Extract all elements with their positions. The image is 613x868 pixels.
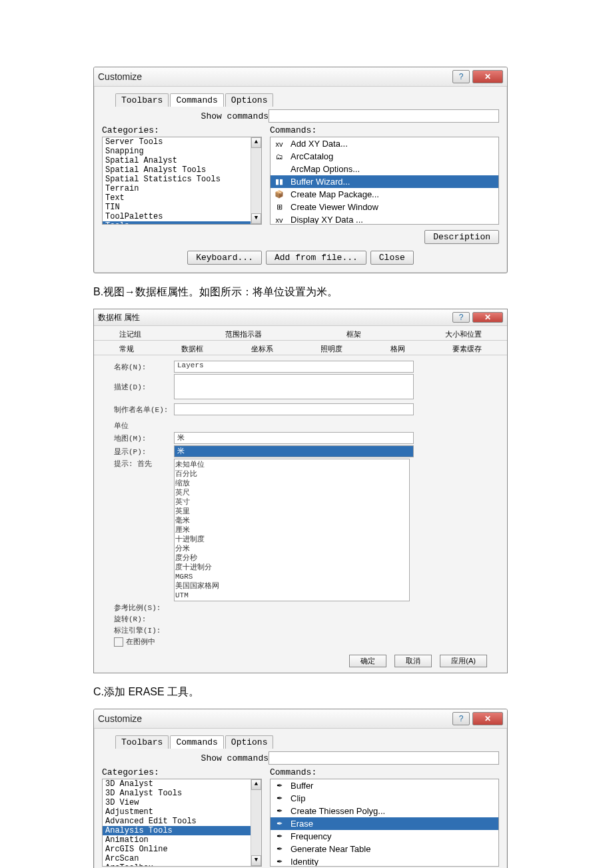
dropdown-item[interactable]: 美国国家格网 — [175, 581, 408, 591]
tab-toolbars[interactable]: Toolbars — [115, 735, 169, 749]
list-item[interactable]: ArcGIS Online — [103, 845, 261, 854]
list-item[interactable]: TIN — [103, 203, 261, 212]
categories-listbox[interactable]: 3D Analyst 3D Analyst Tools 3D View Adju… — [102, 779, 262, 867]
dropdown-item[interactable]: 十进制度 — [175, 535, 408, 544]
keyboard-button[interactable]: Keyboard... — [187, 251, 262, 265]
help-button[interactable]: ? — [452, 312, 470, 323]
description-button[interactable]: Description — [424, 230, 499, 244]
scroll-up-icon[interactable]: ▲ — [251, 137, 261, 148]
list-item-selected[interactable]: Analysis Tools — [103, 826, 261, 835]
command-item[interactable]: ✒Buffer — [271, 779, 498, 792]
legend-checkbox[interactable] — [114, 637, 123, 647]
tab[interactable]: 格网 — [385, 343, 410, 355]
tab[interactable]: 常规 — [114, 343, 139, 355]
help-button[interactable]: ? — [452, 712, 470, 725]
command-item[interactable]: 📦Create Map Package... — [271, 188, 498, 201]
show-commands-input[interactable] — [269, 109, 499, 123]
dropdown-item[interactable]: 厘米 — [175, 525, 408, 535]
tab-commands[interactable]: Commands — [170, 93, 223, 107]
commands-listbox[interactable]: xvAdd XY Data... 🗂ArcCatalog ArcMap Opti… — [270, 137, 499, 225]
list-item[interactable]: ArcScan — [103, 854, 261, 863]
tab-toolbars[interactable]: Toolbars — [115, 93, 169, 107]
tab-options[interactable]: Options — [225, 735, 274, 749]
list-item[interactable]: Terrain — [103, 184, 261, 193]
dropdown-item[interactable]: 英里 — [175, 507, 408, 516]
add-from-file-button[interactable]: Add from file... — [266, 251, 366, 265]
list-item[interactable]: Snapping — [103, 147, 261, 156]
tab[interactable]: 数据框 — [176, 343, 209, 355]
tab[interactable]: 大小和位置 — [440, 329, 487, 340]
command-item[interactable]: ✒Identity — [271, 855, 498, 867]
list-item[interactable]: Spatial Analyst — [103, 156, 261, 165]
close-button[interactable]: Close — [370, 251, 414, 265]
close-x-button[interactable]: ✕ — [472, 312, 503, 323]
dropdown-item[interactable]: 未知单位 — [175, 460, 408, 469]
dropdown-item[interactable]: UTM — [175, 591, 408, 600]
display-units-select[interactable]: 米 — [174, 445, 414, 457]
tab[interactable]: 框架 — [341, 329, 366, 340]
display-units-dropdown[interactable]: 未知单位 百分比 缩放 英尺 英寸 英里 毫米 厘米 十进制度 分米 度分秒 度… — [174, 459, 410, 601]
list-item[interactable]: ToolPalettes — [103, 212, 261, 221]
dialog-title: Customize — [98, 713, 450, 724]
command-item[interactable]: 🗂ArcCatalog — [271, 150, 498, 163]
scrollbar[interactable]: ▲ ▼ — [251, 779, 261, 866]
command-item-selected[interactable]: ✒Erase — [271, 817, 498, 830]
list-item[interactable]: Animation — [103, 835, 261, 845]
list-item[interactable]: 3D Analyst — [103, 779, 261, 789]
help-button[interactable]: ? — [452, 70, 470, 83]
dropdown-item[interactable]: 度分秒 — [175, 553, 408, 563]
list-item[interactable]: Text — [103, 193, 261, 203]
command-item[interactable]: ArcMap Options... — [271, 163, 498, 175]
list-item[interactable]: Server Tools — [103, 137, 261, 147]
close-x-button[interactable]: ✕ — [472, 70, 503, 83]
command-item[interactable]: ✒Frequency — [271, 830, 498, 843]
tab[interactable]: 范围指示器 — [220, 329, 267, 340]
list-item[interactable]: Advanced Edit Tools — [103, 817, 261, 826]
categories-listbox[interactable]: Server Tools Snapping Spatial Analyst Sp… — [102, 137, 262, 225]
scrollbar[interactable]: ▲ ▼ — [251, 137, 261, 224]
viewer-icon: ⊞ — [273, 203, 285, 212]
dropdown-item[interactable]: 英尺 — [175, 488, 408, 497]
dropdown-item[interactable]: 缩放 — [175, 479, 408, 488]
credits-input[interactable] — [174, 403, 414, 415]
dropdown-item[interactable]: MGRS — [175, 572, 408, 581]
list-item[interactable]: Adjustment — [103, 807, 261, 817]
command-item[interactable]: ✒Clip — [271, 792, 498, 805]
command-item[interactable]: xvDisplay XY Data ... — [271, 213, 498, 225]
desc-input[interactable] — [174, 374, 414, 399]
list-item[interactable]: ArcToolbox — [103, 863, 261, 867]
map-units-select[interactable]: 米 — [174, 432, 414, 444]
tab[interactable]: 照明度 — [315, 343, 348, 355]
tool-icon: ✒ — [273, 832, 285, 841]
command-item[interactable]: ✒Generate Near Table — [271, 843, 498, 855]
scroll-down-icon[interactable]: ▼ — [251, 855, 261, 866]
dropdown-item[interactable]: 英寸 — [175, 497, 408, 507]
dropdown-item[interactable]: 度十进制分 — [175, 563, 408, 572]
dropdown-item[interactable]: 百分比 — [175, 469, 408, 479]
scroll-up-icon[interactable]: ▲ — [251, 779, 261, 790]
tab[interactable]: 坐标系 — [246, 343, 279, 355]
dropdown-item[interactable]: 毫米 — [175, 516, 408, 525]
tab[interactable]: 要素缓存 — [447, 343, 487, 355]
list-item[interactable]: Spatial Statistics Tools — [103, 175, 261, 184]
command-item[interactable]: ⊞Create Viewer Window — [271, 201, 498, 213]
cancel-button[interactable]: 取消 — [394, 655, 432, 667]
apply-button[interactable]: 应用(A) — [440, 655, 487, 667]
close-x-button[interactable]: ✕ — [472, 712, 503, 725]
list-item-selected[interactable]: Tools — [103, 221, 261, 225]
list-item[interactable]: 3D View — [103, 798, 261, 807]
command-item[interactable]: ✒Create Thiessen Polyg... — [271, 805, 498, 817]
scroll-down-icon[interactable]: ▼ — [251, 213, 261, 224]
command-item[interactable]: xvAdd XY Data... — [271, 137, 498, 150]
commands-listbox[interactable]: ✒Buffer ✒Clip ✒Create Thiessen Polyg... … — [270, 779, 499, 867]
command-item-selected[interactable]: ▮▮Buffer Wizard... — [271, 175, 498, 188]
show-commands-input[interactable] — [269, 751, 499, 765]
dropdown-item[interactable]: 分米 — [175, 544, 408, 553]
tab-options[interactable]: Options — [225, 93, 274, 107]
tab[interactable]: 注记组 — [114, 329, 147, 340]
name-input[interactable]: Layers — [174, 361, 414, 373]
ok-button[interactable]: 确定 — [349, 655, 386, 667]
tab-commands[interactable]: Commands — [170, 735, 223, 749]
list-item[interactable]: Spatial Analyst Tools — [103, 165, 261, 175]
list-item[interactable]: 3D Analyst Tools — [103, 789, 261, 798]
